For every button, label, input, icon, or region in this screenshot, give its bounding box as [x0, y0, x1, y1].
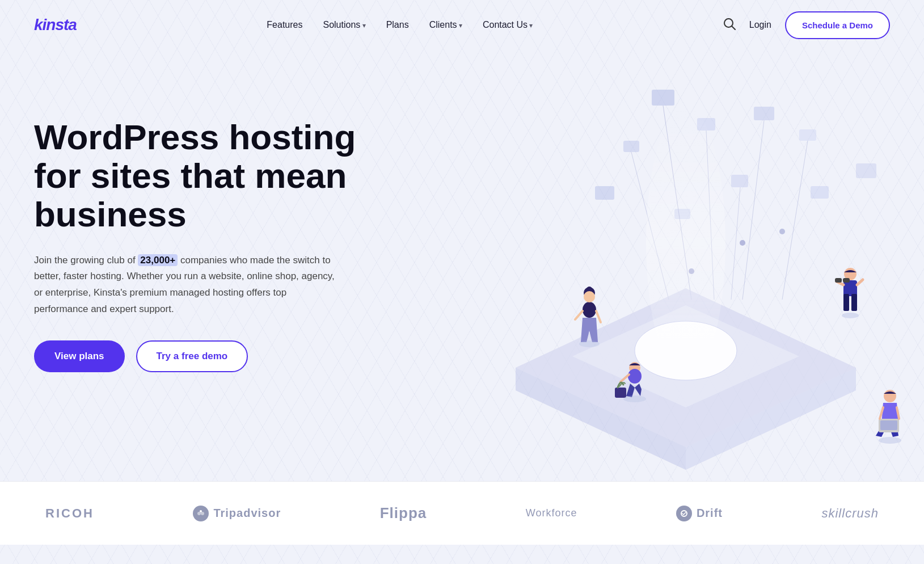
svg-rect-10 — [811, 186, 829, 199]
highlight-count: 23,000+ — [138, 254, 178, 266]
hero-description: Join the growing club of 23,000+ compani… — [34, 252, 335, 318]
login-link[interactable]: Login — [749, 20, 771, 30]
logo-workforce: Workforce — [526, 507, 577, 519]
description-before: Join the growing club of — [34, 255, 138, 266]
nav-links: Features Solutions Plans Clients Contact… — [267, 20, 533, 30]
logo[interactable]: kinsta — [34, 16, 77, 34]
svg-rect-7 — [595, 186, 614, 200]
nav-contact[interactable]: Contact Us — [483, 20, 533, 30]
try-demo-button[interactable]: Try a free demo — [136, 340, 248, 372]
svg-point-43 — [623, 395, 646, 402]
logo-flippa: Flippa — [380, 504, 427, 522]
svg-line-1 — [732, 26, 735, 30]
svg-rect-36 — [843, 278, 850, 283]
nav-solutions[interactable]: Solutions — [323, 20, 365, 30]
view-plans-button[interactable]: View plans — [34, 340, 125, 372]
svg-rect-33 — [843, 294, 849, 311]
svg-rect-35 — [835, 278, 842, 283]
hero-svg — [414, 73, 924, 481]
tripadvisor-icon — [193, 506, 209, 521]
svg-point-37 — [842, 313, 859, 318]
nav-clients[interactable]: Clients — [429, 20, 462, 30]
svg-point-44 — [197, 512, 201, 515]
svg-point-41 — [879, 437, 901, 444]
logo-drift: Drift — [676, 506, 723, 521]
hero-section: WordPress hosting for sites that mean bu… — [0, 50, 924, 481]
svg-point-29 — [628, 369, 642, 384]
svg-rect-6 — [799, 129, 816, 141]
svg-point-27 — [584, 291, 595, 302]
svg-rect-11 — [856, 163, 876, 178]
logo-ricoh: RICOH — [45, 506, 94, 521]
svg-rect-8 — [731, 175, 748, 187]
logos-section: RICOH Tripadvisor Flippa Workforce Drift… — [0, 481, 924, 545]
svg-line-16 — [782, 141, 808, 300]
hero-illustration — [408, 84, 890, 481]
search-icon[interactable] — [723, 18, 736, 33]
svg-rect-40 — [880, 420, 897, 430]
svg-point-23 — [646, 107, 725, 379]
hero-title: WordPress hosting for sites that mean bu… — [34, 118, 386, 234]
logo-tripadvisor: Tripadvisor — [193, 506, 281, 521]
svg-rect-32 — [843, 280, 857, 296]
svg-point-19 — [740, 240, 745, 246]
nav-features[interactable]: Features — [267, 20, 302, 30]
hero-content: WordPress hosting for sites that mean bu… — [34, 84, 386, 372]
svg-point-46 — [200, 510, 202, 512]
nav-right: Login Schedule a Demo — [723, 11, 890, 39]
hero-buttons: View plans Try a free demo — [34, 340, 386, 372]
svg-point-20 — [779, 229, 785, 234]
svg-rect-30 — [615, 388, 626, 398]
logo-skillcrush: skillcrush — [821, 506, 878, 521]
svg-line-15 — [742, 120, 764, 300]
drift-icon — [676, 506, 692, 521]
schedule-demo-button[interactable]: Schedule a Demo — [785, 11, 890, 39]
svg-rect-34 — [851, 294, 857, 311]
svg-rect-4 — [623, 141, 639, 152]
svg-point-45 — [201, 512, 204, 515]
svg-rect-2 — [652, 90, 674, 106]
svg-line-17 — [731, 187, 740, 300]
svg-point-0 — [724, 19, 733, 27]
nav-plans[interactable]: Plans — [386, 20, 409, 30]
svg-point-42 — [579, 340, 600, 347]
svg-rect-5 — [754, 107, 774, 120]
svg-point-24 — [583, 302, 596, 318]
navbar: kinsta Features Solutions Plans Clients … — [0, 0, 924, 50]
